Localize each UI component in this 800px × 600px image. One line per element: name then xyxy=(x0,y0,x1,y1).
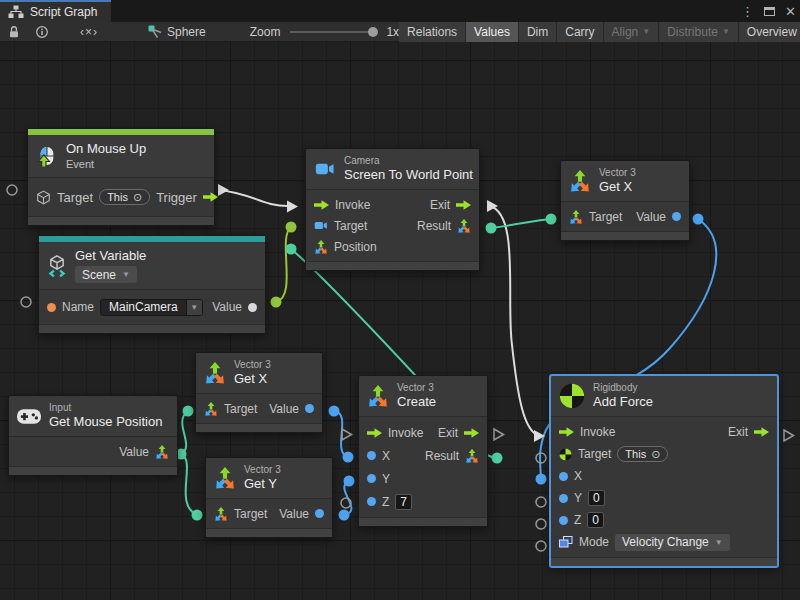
port-dot[interactable] xyxy=(344,476,355,487)
float-port-dot[interactable] xyxy=(559,494,568,503)
flow-arrow-icon[interactable] xyxy=(367,428,382,438)
open-port-triangle[interactable] xyxy=(784,430,794,441)
flow-arrow-icon[interactable] xyxy=(456,200,471,210)
float-port-dot[interactable] xyxy=(559,472,568,481)
open-port-circle[interactable] xyxy=(536,453,546,463)
flow-arrow-icon[interactable] xyxy=(559,427,574,437)
relations-toggle[interactable]: Relations xyxy=(399,22,465,42)
inspect-button[interactable] xyxy=(28,22,56,42)
wire-mouse-to-gety[interactable] xyxy=(181,454,197,515)
wire-variable-to-target[interactable] xyxy=(276,227,291,302)
flow-arrow-icon[interactable] xyxy=(203,192,218,202)
enum-port-icon[interactable] xyxy=(559,536,573,548)
flow-arrow-icon[interactable] xyxy=(464,428,479,438)
z-value-field[interactable]: 7 xyxy=(395,494,412,510)
node-vector3-get-x-mid[interactable]: Vector 3 Get X Target Value xyxy=(195,352,323,433)
vector3-port-icon[interactable] xyxy=(465,449,479,463)
chevron-down-icon: ▼ xyxy=(122,270,130,279)
port-dot[interactable] xyxy=(192,510,203,521)
zoom-slider[interactable] xyxy=(290,31,376,33)
port-dot[interactable] xyxy=(183,406,194,417)
port-dot[interactable] xyxy=(329,406,340,417)
node-title: Get Variable xyxy=(75,248,146,264)
open-port-circle[interactable] xyxy=(341,498,351,508)
this-target-button[interactable]: This ⊙ xyxy=(99,189,150,205)
values-toggle[interactable]: Values xyxy=(466,22,518,42)
node-rigidbody-add-force[interactable]: Rigidbody Add Force Invoke Exit Target xyxy=(550,375,778,567)
port-dot[interactable] xyxy=(343,452,354,463)
wire-mouse-to-getx[interactable] xyxy=(181,411,188,454)
flow-arrow-icon[interactable] xyxy=(314,200,329,210)
port-dot[interactable] xyxy=(486,223,497,234)
align-dropdown[interactable]: Align▼ xyxy=(604,22,659,42)
open-port-circle[interactable] xyxy=(536,497,546,507)
float-port-dot[interactable] xyxy=(672,212,681,221)
open-port-triangle[interactable] xyxy=(494,429,504,440)
vector3-port-icon[interactable] xyxy=(155,445,169,459)
port-dot[interactable] xyxy=(271,297,282,308)
wire-getx-to-create-x[interactable] xyxy=(334,411,348,457)
vector3-port-icon[interactable] xyxy=(204,402,218,416)
node-get-variable[interactable]: Get Variable Scene ▼ Name MainCamera ▼ xyxy=(38,235,266,334)
port-dot[interactable] xyxy=(339,510,350,521)
wire-exit-to-addforce-invoke[interactable] xyxy=(489,206,537,435)
graph-target-button[interactable]: Sphere xyxy=(140,22,214,42)
overview-button[interactable]: Overview xyxy=(739,22,800,42)
float-port-dot[interactable] xyxy=(367,474,376,483)
vector3-port-icon[interactable] xyxy=(569,210,583,224)
port-dot[interactable] xyxy=(693,214,704,225)
vector3-port-icon[interactable] xyxy=(314,240,328,254)
vector3-port-icon[interactable] xyxy=(457,219,471,233)
graph-canvas[interactable]: On Mouse Up Event Target This ⊙ Trigger xyxy=(0,42,800,600)
rigidbody-port-icon[interactable] xyxy=(559,448,572,461)
gameobject-cube-icon[interactable] xyxy=(36,190,51,205)
port-dot[interactable] xyxy=(286,222,297,233)
port-dot[interactable] xyxy=(546,214,557,225)
lock-button[interactable] xyxy=(0,22,28,42)
distribute-dropdown[interactable]: Distribute▼ xyxy=(659,22,738,42)
node-on-mouse-up[interactable]: On Mouse Up Event Target This ⊙ Trigger xyxy=(27,128,215,226)
z-value-field[interactable]: 0 xyxy=(587,512,604,528)
object-port-dot[interactable] xyxy=(248,303,257,312)
port-dot[interactable] xyxy=(286,244,297,255)
node-vector3-create[interactable]: Vector 3 Create Invoke Exit X xyxy=(358,375,488,527)
this-target-button[interactable]: This ⊙ xyxy=(617,446,668,462)
open-port-circle[interactable] xyxy=(7,185,17,195)
node-get-mouse-position[interactable]: Input Get Mouse Position Value xyxy=(8,395,178,476)
window-maximize-icon[interactable] xyxy=(764,7,775,16)
carry-toggle[interactable]: Carry xyxy=(557,22,602,42)
object-picker-icon[interactable]: ⊙ xyxy=(133,191,142,204)
vector3-port-icon[interactable] xyxy=(214,507,228,521)
open-port-circle[interactable] xyxy=(536,541,546,551)
float-port-dot[interactable] xyxy=(367,497,376,506)
float-port-dot[interactable] xyxy=(367,451,376,460)
dim-toggle[interactable]: Dim xyxy=(519,22,556,42)
node-screen-to-world-point[interactable]: Camera Screen To World Point Invoke Exit… xyxy=(305,148,480,271)
open-port-triangle[interactable] xyxy=(342,429,352,440)
wire-gety-to-create-y[interactable] xyxy=(344,481,351,515)
string-port-dot[interactable] xyxy=(47,303,56,312)
variable-name-field[interactable]: MainCamera ▼ xyxy=(100,299,203,316)
float-port-dot[interactable] xyxy=(559,516,568,525)
float-port-dot[interactable] xyxy=(315,509,324,518)
zoom-slider-handle[interactable] xyxy=(368,27,378,37)
camera-port-icon[interactable] xyxy=(314,220,328,231)
variable-scope-dropdown[interactable]: Scene ▼ xyxy=(75,266,137,283)
port-dot[interactable] xyxy=(536,474,547,485)
float-port-dot[interactable] xyxy=(305,404,314,413)
flow-arrow-icon[interactable] xyxy=(754,427,769,437)
node-vector3-get-x-top[interactable]: Vector 3 Get X Target Value xyxy=(560,160,690,241)
wire-result-to-topgetx[interactable] xyxy=(491,219,551,228)
wire-trigger-to-invoke[interactable] xyxy=(218,190,288,206)
open-port-circle[interactable] xyxy=(536,519,546,529)
open-port-circle[interactable] xyxy=(21,297,31,307)
window-menu-icon[interactable]: ⋮ xyxy=(741,5,754,18)
object-picker-icon[interactable]: ⊙ xyxy=(651,448,660,461)
force-mode-dropdown[interactable]: Velocity Change ▼ xyxy=(615,534,730,551)
window-close-icon[interactable]: ✕ xyxy=(785,5,796,18)
y-value-field[interactable]: 0 xyxy=(588,490,605,506)
node-vector3-get-y[interactable]: Vector 3 Get Y Target Value xyxy=(205,457,333,538)
port-dot[interactable] xyxy=(492,453,503,464)
code-view-button[interactable]: ‹×› xyxy=(56,22,122,42)
tab-script-graph[interactable]: Script Graph xyxy=(0,0,111,22)
